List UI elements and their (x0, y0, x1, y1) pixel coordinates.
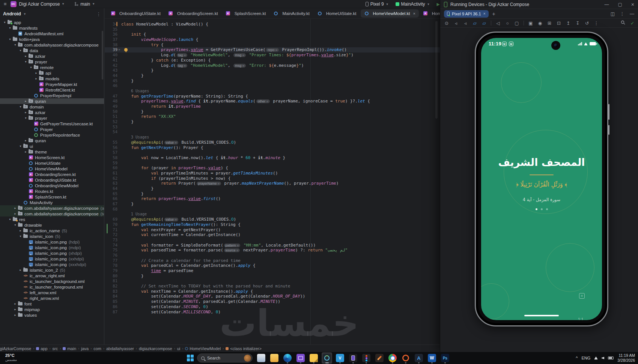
code-line-68[interactable]: 68 (105, 207, 440, 212)
taskbar-app-chrome[interactable] (387, 352, 398, 364)
tree-item-left-arrow-xml[interactable]: </>left_arrow.xml (0, 290, 104, 295)
tree-item-homescreen-kt[interactable]: KHomeScreen.kt (0, 155, 104, 160)
breadcrumb-item[interactable]: <class initializer> (226, 346, 262, 351)
tree-item-com-abdallahyasser-digiazkarcompose[interactable]: ▾com.abdallahyasser.digiazkarcompose (0, 42, 104, 48)
chevron-down-icon[interactable]: ▾ (29, 66, 33, 69)
tree-item-prayermapper-kt[interactable]: KPrayerMapper.kt (0, 81, 104, 87)
tree-item-onboardingviewmodel[interactable]: OnboardingViewModel (0, 183, 104, 188)
code-line-48[interactable]: 48 prayerTimes.value.find { it.prayerNam… (105, 99, 440, 104)
code-line-41[interactable]: 41 } catch (e: Exception) { (105, 58, 440, 63)
tree-item-domain[interactable]: ▾domain (0, 104, 104, 110)
more-icon[interactable]: ⋮ (594, 21, 599, 26)
tree-item-data[interactable]: ▾data (0, 48, 104, 53)
breadcrumb-item[interactable]: DigiAzkarCompose (0, 346, 31, 351)
tree-item-models[interactable]: ▸models (0, 76, 104, 81)
code-line-45[interactable]: 45 } (105, 78, 440, 84)
code-line-63[interactable]: 63 return Prayer(prayerName = prayer.map… (105, 181, 440, 186)
code-line-65[interactable]: 65 } (105, 191, 440, 197)
tree-item-api[interactable]: ▸api (0, 70, 104, 76)
chevron-down-icon[interactable]: ▾ (8, 26, 12, 30)
editor-scrollbar[interactable] (435, 21, 438, 119)
code-line-64[interactable]: 64 } (105, 186, 440, 191)
code-line-86[interactable]: 86 set(Calendar.SECOND, 0) (105, 304, 440, 310)
code-line-58[interactable]: 58 val now = LocalTime.now().let { it.ho… (105, 155, 440, 161)
zoom-to-fit-icon[interactable]: + (579, 293, 585, 299)
code-line-87[interactable]: 87 set(Calendar.MILLISECOND, 0) (105, 310, 440, 315)
code-line-49[interactable]: 49 return it.prayerTime (105, 104, 440, 109)
chevron-down-icon[interactable]: ▾ (23, 116, 28, 120)
code-line-72[interactable]: 72 val currentTime = Calendar.getInstanc… (105, 232, 440, 238)
tree-item-homeviewmodel[interactable]: HomeViewModel (0, 166, 104, 171)
tree-item-homeuistate[interactable]: HomeUiState (0, 160, 104, 166)
code-line-52[interactable]: 52 } (105, 119, 440, 125)
chevron-right-icon[interactable]: ▸ (23, 139, 28, 142)
tree-item-com-abdallahyasser-digiazkarcompose[interactable]: ▸com.abdallahyasser.digiazkarcompose(tes… (0, 211, 104, 217)
chevron-down-icon[interactable]: ▾ (18, 49, 23, 52)
panel-options-icon[interactable]: ⋮ (96, 11, 101, 17)
tree-item-islamic-icon-png[interactable]: islamic_icon.png(mdpi) (0, 245, 104, 250)
tree-item-mipmap[interactable]: ▸mipmap (0, 307, 104, 312)
code-line-35[interactable]: 35 (105, 27, 440, 32)
code-line-81[interactable]: 81 (105, 278, 440, 284)
breadcrumb-item[interactable]: HomeViewModel (185, 346, 221, 351)
code-line-84[interactable]: 84 set(Calendar.HOUR_OF_DAY, parsedCal.g… (105, 294, 440, 299)
tree-item-ic-arrow-right-xml[interactable]: </>ic_arrow_right.xml (0, 273, 104, 278)
pull-file-icon[interactable]: ↧ (575, 21, 580, 26)
usages-hint[interactable]: 1 Usage (105, 212, 440, 217)
tab-onboardingscreen-kt[interactable]: KOnboardingScreen.kt (165, 9, 221, 18)
tree-item-ic-launcher-foreground-xml[interactable]: </>ic_launcher_foreground.xml (0, 284, 104, 290)
usages-hint[interactable]: 6 Usages (105, 89, 440, 94)
tree-item-azkar[interactable]: ▸azkar (0, 53, 104, 59)
chevron-right-icon[interactable]: ▸ (23, 111, 28, 114)
tree-item-onboardingscreen-kt[interactable]: KOnboardingScreen.kt (0, 171, 104, 177)
breadcrumb-item[interactable]: app (36, 346, 47, 351)
code-line-82[interactable]: 82 // Set nextTime to TODAY but with the… (105, 284, 440, 289)
add-device-button[interactable]: + (492, 11, 495, 17)
code-line-70[interactable]: 70 fun getRemainingTimeToNextPrayer(): S… (105, 222, 440, 227)
tree-item-right-arrow-xml[interactable]: </>right_arrow.xml (0, 295, 104, 301)
close-button[interactable]: × (631, 2, 634, 8)
tree-item-prayer[interactable]: Prayer (0, 126, 104, 132)
tree-item-prayer[interactable]: ▾prayer (0, 115, 104, 121)
tab-onboardinguistate-kt[interactable]: KOnboardingUiState.kt (107, 9, 164, 18)
overview-icon[interactable]: ▢ (514, 21, 519, 26)
snap-frame-icon[interactable]: ⊞ (547, 21, 552, 26)
chevron-right-icon[interactable]: ▸ (34, 71, 39, 75)
taskbar-app-edge[interactable] (282, 352, 293, 364)
taskbar-app-store[interactable] (295, 352, 306, 364)
tree-item-app[interactable]: ▾app (0, 20, 104, 25)
tree-item-routes-kt[interactable]: KRoutes.kt (0, 188, 104, 194)
tree-item-com-abdallahyasser-digiazkarcompose[interactable]: ▸com.abdallahyasser.digiazkarcompose(and… (0, 205, 104, 211)
close-tab-icon[interactable]: × (413, 11, 415, 16)
taskbar-app-watch-app[interactable] (348, 352, 358, 364)
code-line-79[interactable]: 79 time = parsedTime (105, 268, 440, 274)
screen-record-icon[interactable]: ◉ (537, 21, 543, 26)
chevron-right-icon[interactable]: ▸ (13, 212, 18, 215)
project-selector[interactable]: Digi Azkar Compose ▼ (19, 2, 65, 7)
maximize-button[interactable]: ▢ (618, 2, 622, 7)
chevron-right-icon[interactable]: ▸ (13, 206, 18, 210)
tab-homeviewmodel-kt[interactable]: HomeViewModel.kt× (361, 9, 419, 18)
breadcrumb-item[interactable]: main (63, 346, 76, 351)
code-line-62[interactable]: 62 if (prayerTimeInMinutes > now) { (105, 176, 440, 181)
tree-item-font[interactable]: ▸font (0, 301, 104, 307)
chevron-down-icon[interactable]: ▾ (8, 218, 12, 221)
tree-item-drawable[interactable]: ▾drawable (0, 222, 104, 228)
taskbar-app-vscode[interactable]: V (335, 352, 345, 364)
tree-item-prayer[interactable]: ▾prayer (0, 59, 104, 65)
code-line-61[interactable]: 61 val prayerTimeInMinutes = prayer.getT… (105, 171, 440, 176)
tab-homeuistate-kt[interactable]: HomeUiState.kt (314, 9, 360, 18)
code-line-67[interactable]: 67 } (105, 202, 440, 207)
tree-item-res[interactable]: ▾res (0, 217, 104, 222)
breadcrumb-item[interactable]: src (53, 346, 58, 351)
split-panel-icon[interactable]: ◫ (611, 11, 615, 17)
breadcrumb-item[interactable]: java (81, 346, 89, 351)
chevron-down-icon[interactable]: ▾ (23, 60, 28, 63)
taskbar-app-figma[interactable] (361, 352, 372, 364)
code-line-71[interactable]: 71 val nextPrayer = getNextPrayer() (105, 227, 440, 233)
home-indicator[interactable] (524, 315, 559, 317)
tree-item-manifests[interactable]: ▾manifests (0, 25, 104, 31)
chevron-right-icon[interactable]: ▸ (23, 54, 28, 58)
breadcrumb-item[interactable]: abdallahyasser (106, 346, 134, 351)
code-line-43[interactable]: 43 } (105, 68, 440, 73)
